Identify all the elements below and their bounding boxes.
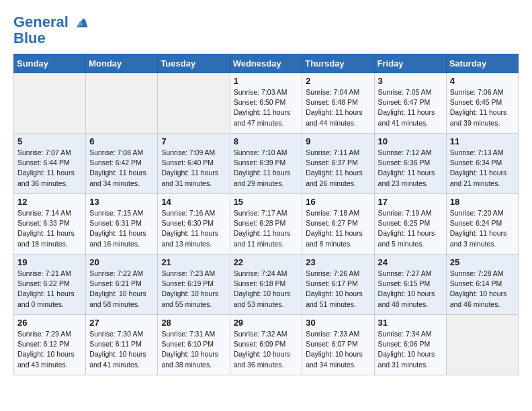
day-number: 18	[450, 197, 515, 207]
day-info: Sunrise: 7:23 AM Sunset: 6:19 PM Dayligh…	[161, 269, 226, 310]
day-number: 1	[234, 76, 299, 86]
day-cell: 25Sunrise: 7:28 AM Sunset: 6:14 PM Dayli…	[446, 255, 518, 315]
day-number: 8	[234, 136, 299, 146]
day-cell: 28Sunrise: 7:31 AM Sunset: 6:10 PM Dayli…	[158, 315, 230, 375]
day-cell	[446, 315, 518, 375]
logo: General Blue	[13, 13, 93, 47]
day-info: Sunrise: 7:24 AM Sunset: 6:18 PM Dayligh…	[234, 269, 299, 310]
day-number: 21	[161, 257, 226, 267]
day-info: Sunrise: 7:28 AM Sunset: 6:14 PM Dayligh…	[450, 269, 515, 310]
day-number: 12	[17, 197, 82, 207]
weekday-header-thursday: Thursday	[302, 54, 374, 73]
day-cell: 17Sunrise: 7:19 AM Sunset: 6:25 PM Dayli…	[374, 194, 446, 255]
day-info: Sunrise: 7:17 AM Sunset: 6:28 PM Dayligh…	[234, 208, 299, 249]
day-number: 28	[161, 318, 226, 328]
day-cell: 15Sunrise: 7:17 AM Sunset: 6:28 PM Dayli…	[230, 194, 302, 255]
day-info: Sunrise: 7:34 AM Sunset: 6:06 PM Dayligh…	[378, 329, 443, 370]
day-number: 9	[306, 136, 370, 146]
day-info: Sunrise: 7:07 AM Sunset: 6:44 PM Dayligh…	[17, 148, 82, 189]
day-info: Sunrise: 7:06 AM Sunset: 6:45 PM Dayligh…	[450, 87, 515, 128]
day-info: Sunrise: 7:05 AM Sunset: 6:47 PM Dayligh…	[378, 87, 443, 128]
weekday-header-friday: Friday	[374, 54, 446, 73]
weekday-header-sunday: Sunday	[14, 54, 86, 73]
day-cell	[158, 73, 230, 134]
day-cell: 6Sunrise: 7:08 AM Sunset: 6:42 PM Daylig…	[86, 134, 158, 194]
weekday-header-tuesday: Tuesday	[158, 54, 230, 73]
day-number: 31	[378, 318, 443, 328]
day-number: 17	[378, 197, 443, 207]
day-number: 20	[89, 257, 154, 267]
day-cell: 4Sunrise: 7:06 AM Sunset: 6:45 PM Daylig…	[446, 73, 518, 134]
day-info: Sunrise: 7:16 AM Sunset: 6:30 PM Dayligh…	[161, 208, 226, 249]
day-info: Sunrise: 7:14 AM Sunset: 6:33 PM Dayligh…	[17, 208, 82, 249]
day-info: Sunrise: 7:09 AM Sunset: 6:40 PM Dayligh…	[161, 148, 226, 189]
day-cell: 1Sunrise: 7:03 AM Sunset: 6:50 PM Daylig…	[230, 73, 302, 134]
day-cell	[86, 73, 158, 134]
day-number: 27	[89, 318, 154, 328]
day-number: 3	[378, 76, 443, 86]
day-number: 13	[89, 197, 154, 207]
day-number: 10	[378, 136, 443, 146]
day-number: 15	[234, 197, 299, 207]
day-number: 7	[161, 136, 226, 146]
day-number: 16	[306, 197, 370, 207]
day-info: Sunrise: 7:12 AM Sunset: 6:36 PM Dayligh…	[378, 148, 443, 189]
weekday-header-wednesday: Wednesday	[230, 54, 302, 73]
day-cell: 29Sunrise: 7:32 AM Sunset: 6:09 PM Dayli…	[230, 315, 302, 375]
day-cell: 20Sunrise: 7:22 AM Sunset: 6:21 PM Dayli…	[86, 255, 158, 315]
day-number: 22	[234, 257, 299, 267]
day-cell: 14Sunrise: 7:16 AM Sunset: 6:30 PM Dayli…	[158, 194, 230, 255]
day-cell: 10Sunrise: 7:12 AM Sunset: 6:36 PM Dayli…	[374, 134, 446, 194]
day-cell: 19Sunrise: 7:21 AM Sunset: 6:22 PM Dayli…	[14, 255, 86, 315]
calendar-table: SundayMondayTuesdayWednesdayThursdayFrid…	[13, 54, 519, 375]
day-cell: 9Sunrise: 7:11 AM Sunset: 6:37 PM Daylig…	[302, 134, 374, 194]
day-cell: 13Sunrise: 7:15 AM Sunset: 6:31 PM Dayli…	[86, 194, 158, 255]
day-cell: 18Sunrise: 7:20 AM Sunset: 6:24 PM Dayli…	[446, 194, 518, 255]
day-info: Sunrise: 7:10 AM Sunset: 6:39 PM Dayligh…	[234, 148, 299, 189]
day-cell: 30Sunrise: 7:33 AM Sunset: 6:07 PM Dayli…	[302, 315, 374, 375]
weekday-header-row: SundayMondayTuesdayWednesdayThursdayFrid…	[14, 54, 519, 73]
day-number: 30	[306, 318, 370, 328]
day-number: 29	[234, 318, 299, 328]
day-info: Sunrise: 7:20 AM Sunset: 6:24 PM Dayligh…	[450, 208, 515, 249]
week-row-4: 19Sunrise: 7:21 AM Sunset: 6:22 PM Dayli…	[14, 255, 519, 315]
day-cell: 31Sunrise: 7:34 AM Sunset: 6:06 PM Dayli…	[374, 315, 446, 375]
day-info: Sunrise: 7:03 AM Sunset: 6:50 PM Dayligh…	[234, 87, 299, 128]
weekday-header-monday: Monday	[86, 54, 158, 73]
day-info: Sunrise: 7:04 AM Sunset: 6:48 PM Dayligh…	[306, 87, 370, 128]
day-cell: 22Sunrise: 7:24 AM Sunset: 6:18 PM Dayli…	[230, 255, 302, 315]
weekday-header-saturday: Saturday	[446, 54, 518, 73]
day-number: 2	[306, 76, 370, 86]
day-info: Sunrise: 7:21 AM Sunset: 6:22 PM Dayligh…	[17, 269, 82, 310]
day-info: Sunrise: 7:27 AM Sunset: 6:15 PM Dayligh…	[378, 269, 443, 310]
day-info: Sunrise: 7:31 AM Sunset: 6:10 PM Dayligh…	[161, 329, 226, 370]
day-info: Sunrise: 7:22 AM Sunset: 6:21 PM Dayligh…	[89, 269, 154, 310]
day-cell: 2Sunrise: 7:04 AM Sunset: 6:48 PM Daylig…	[302, 73, 374, 134]
day-cell	[14, 73, 86, 134]
day-cell: 11Sunrise: 7:13 AM Sunset: 6:34 PM Dayli…	[446, 134, 518, 194]
day-number: 19	[17, 257, 82, 267]
day-info: Sunrise: 7:30 AM Sunset: 6:11 PM Dayligh…	[89, 329, 154, 370]
day-info: Sunrise: 7:13 AM Sunset: 6:34 PM Dayligh…	[450, 148, 515, 189]
day-info: Sunrise: 7:08 AM Sunset: 6:42 PM Dayligh…	[89, 148, 154, 189]
day-cell: 26Sunrise: 7:29 AM Sunset: 6:12 PM Dayli…	[14, 315, 86, 375]
day-number: 26	[17, 318, 82, 328]
day-cell: 3Sunrise: 7:05 AM Sunset: 6:47 PM Daylig…	[374, 73, 446, 134]
logo-bird-icon	[74, 13, 93, 32]
day-cell: 23Sunrise: 7:26 AM Sunset: 6:17 PM Dayli…	[302, 255, 374, 315]
day-info: Sunrise: 7:15 AM Sunset: 6:31 PM Dayligh…	[89, 208, 154, 249]
day-number: 14	[161, 197, 226, 207]
week-row-5: 26Sunrise: 7:29 AM Sunset: 6:12 PM Dayli…	[14, 315, 519, 375]
day-number: 4	[450, 76, 515, 86]
day-cell: 21Sunrise: 7:23 AM Sunset: 6:19 PM Dayli…	[158, 255, 230, 315]
day-cell: 16Sunrise: 7:18 AM Sunset: 6:27 PM Dayli…	[302, 194, 374, 255]
day-info: Sunrise: 7:19 AM Sunset: 6:25 PM Dayligh…	[378, 208, 443, 249]
week-row-1: 1Sunrise: 7:03 AM Sunset: 6:50 PM Daylig…	[14, 73, 519, 134]
day-info: Sunrise: 7:18 AM Sunset: 6:27 PM Dayligh…	[306, 208, 370, 249]
day-number: 23	[306, 257, 370, 267]
day-info: Sunrise: 7:32 AM Sunset: 6:09 PM Dayligh…	[234, 329, 299, 370]
day-number: 6	[89, 136, 154, 146]
day-cell: 5Sunrise: 7:07 AM Sunset: 6:44 PM Daylig…	[14, 134, 86, 194]
day-cell: 7Sunrise: 7:09 AM Sunset: 6:40 PM Daylig…	[158, 134, 230, 194]
day-cell: 27Sunrise: 7:30 AM Sunset: 6:11 PM Dayli…	[86, 315, 158, 375]
